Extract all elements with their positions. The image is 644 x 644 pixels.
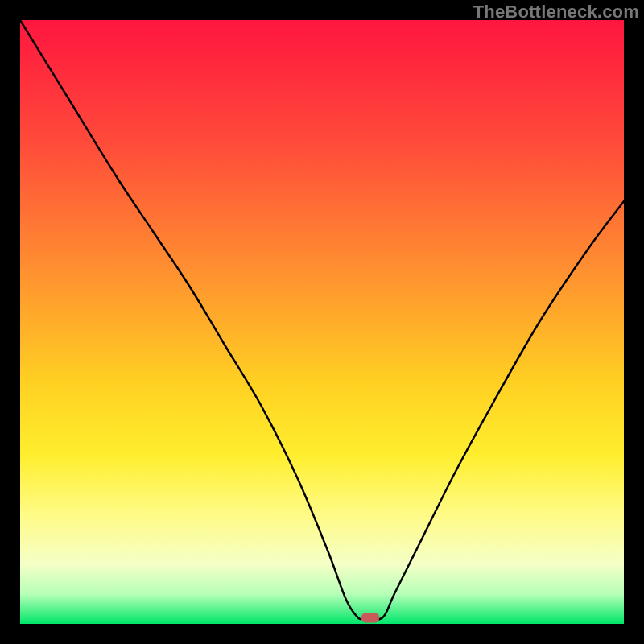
chart-container: { "watermark": "TheBottleneck.com", "cha… [0,0,644,644]
bottleneck-chart [0,0,644,644]
watermark: TheBottleneck.com [473,2,639,23]
plot-area [20,20,624,624]
min-marker [361,613,379,623]
